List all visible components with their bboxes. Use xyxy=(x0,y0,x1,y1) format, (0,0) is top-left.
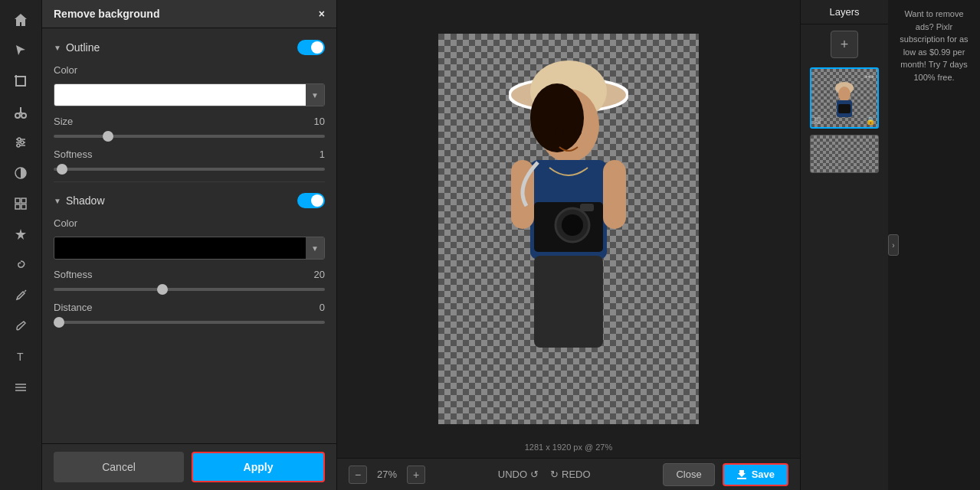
svg-rect-32 xyxy=(534,256,603,348)
swirl-tool[interactable] xyxy=(7,251,34,279)
svg-point-13 xyxy=(17,144,20,147)
shadow-color-swatch[interactable] xyxy=(54,237,306,259)
zoom-out-button[interactable]: − xyxy=(349,466,367,484)
shadow-color-row: Color xyxy=(54,217,325,229)
right-panel-collapse-button[interactable]: › xyxy=(888,234,899,256)
outline-color-swatch-container[interactable]: ▼ xyxy=(54,83,325,106)
svg-point-37 xyxy=(556,127,563,136)
panel-content: ▼ Outline Color ▼ Size 10 xyxy=(42,28,336,443)
apply-button[interactable]: Apply xyxy=(192,452,325,482)
svg-rect-15 xyxy=(15,198,20,203)
svg-point-12 xyxy=(21,141,24,144)
layers-panel: Layers + ••• 🖼 🔒 › xyxy=(800,0,888,490)
outline-color-picker-row: ▼ xyxy=(54,83,325,106)
layer-lock-icon: 🔒 xyxy=(866,116,875,125)
svg-rect-17 xyxy=(15,204,20,209)
section-divider xyxy=(54,181,325,182)
ad-text: Want to remove ads? Pixlr subscription f… xyxy=(900,9,968,82)
grid-tool[interactable] xyxy=(7,190,34,217)
shadow-color-picker-row: ▼ xyxy=(54,237,325,260)
select-tool[interactable] xyxy=(7,37,34,64)
outline-size-row: Size 10 xyxy=(54,116,325,127)
outline-color-dropdown-button[interactable]: ▼ xyxy=(306,84,324,106)
layer-image-icon: 🖼 xyxy=(814,116,821,125)
svg-text:T: T xyxy=(17,351,24,363)
svg-rect-43 xyxy=(838,104,851,113)
outline-label: ▼ Outline xyxy=(54,41,100,54)
lines-tool[interactable] xyxy=(7,374,34,401)
svg-marker-19 xyxy=(15,229,26,240)
shadow-softness-label: Softness xyxy=(54,269,93,280)
shadow-softness-thumb[interactable] xyxy=(157,284,168,295)
svg-rect-31 xyxy=(603,160,626,229)
layer-thumbnail-2[interactable] xyxy=(810,135,879,173)
shadow-chevron-icon[interactable]: ▼ xyxy=(54,197,61,205)
cut-tool[interactable] xyxy=(7,98,34,126)
magic-tool[interactable] xyxy=(7,220,34,248)
shadow-label: ▼ Shadow xyxy=(54,194,105,207)
svg-rect-16 xyxy=(21,198,26,203)
outline-softness-label: Softness xyxy=(54,149,93,160)
save-button[interactable]: Save xyxy=(723,463,788,486)
outline-size-value: 10 xyxy=(314,116,325,127)
outline-chevron-icon[interactable]: ▼ xyxy=(54,44,61,52)
panel-title-bar: Remove background × xyxy=(42,0,336,28)
eyedropper-tool[interactable] xyxy=(7,282,34,309)
undo-redo-controls: UNDO ↺ ↻ REDO xyxy=(498,469,591,480)
panel-close-button[interactable]: × xyxy=(319,8,325,20)
remove-background-panel: Remove background × ▼ Outline Color ▼ xyxy=(42,0,337,490)
shadow-color-label: Color xyxy=(54,217,77,229)
layer-thumbnail-1[interactable]: ••• 🖼 🔒 xyxy=(810,67,879,129)
svg-rect-36 xyxy=(580,204,594,211)
text-tool[interactable]: T xyxy=(7,343,34,371)
shadow-distance-track xyxy=(54,321,325,324)
redo-icon: ↻ xyxy=(550,469,559,480)
svg-point-41 xyxy=(838,87,851,102)
undo-button[interactable]: UNDO ↺ xyxy=(498,469,539,480)
shadow-toggle[interactable] xyxy=(297,193,325,208)
zoom-controls: − 27% + xyxy=(349,466,425,484)
shadow-distance-slider[interactable] xyxy=(54,321,325,324)
canvas-image-container xyxy=(438,34,699,424)
undo-icon: ↺ xyxy=(530,469,539,480)
shadow-softness-slider[interactable] xyxy=(54,288,325,291)
outline-softness-slider[interactable] xyxy=(54,168,325,171)
zoom-in-button[interactable]: + xyxy=(407,466,425,484)
svg-point-38 xyxy=(574,127,582,136)
svg-rect-18 xyxy=(21,204,26,209)
outline-size-slider[interactable] xyxy=(54,135,325,138)
canvas-area: 1281 x 1920 px @ 27% − 27% + UNDO ↺ ↻ RE… xyxy=(337,0,800,490)
svg-rect-39 xyxy=(737,478,746,479)
save-icon xyxy=(736,469,747,480)
home-button[interactable] xyxy=(7,6,34,34)
tone-tool[interactable] xyxy=(7,159,34,187)
svg-line-20 xyxy=(25,290,26,292)
canvas-info: 1281 x 1920 px @ 27% xyxy=(525,443,613,452)
canvas-content: 1281 x 1920 px @ 27% xyxy=(337,0,800,458)
add-layer-button[interactable]: + xyxy=(831,31,858,58)
adjust-tool[interactable] xyxy=(7,129,34,156)
shadow-color-dropdown-button[interactable]: ▼ xyxy=(306,237,324,259)
outline-toggle[interactable] xyxy=(297,40,325,55)
shadow-softness-value: 20 xyxy=(314,269,325,280)
close-button[interactable]: Close xyxy=(663,463,714,486)
layer-options-icon[interactable]: ••• xyxy=(864,72,874,83)
outline-color-label: Color xyxy=(54,64,77,76)
canvas-image xyxy=(438,34,699,424)
undo-label: UNDO xyxy=(498,469,527,480)
outline-size-thumb[interactable] xyxy=(103,131,113,142)
shadow-distance-row: Distance 0 xyxy=(54,302,325,313)
svg-point-35 xyxy=(562,214,583,236)
redo-button[interactable]: ↻ REDO xyxy=(550,469,591,480)
crop-tool[interactable] xyxy=(7,67,34,95)
bottom-bar: − 27% + UNDO ↺ ↻ REDO Close xyxy=(337,458,800,490)
brush-tool[interactable] xyxy=(7,312,34,340)
outline-softness-thumb[interactable] xyxy=(57,164,67,175)
outline-color-swatch[interactable] xyxy=(54,84,306,106)
shadow-color-swatch-container[interactable]: ▼ xyxy=(54,237,325,260)
svg-point-28 xyxy=(530,83,584,152)
shadow-distance-thumb[interactable] xyxy=(54,317,64,328)
layers-title: Layers xyxy=(801,0,888,24)
ad-panel: Want to remove ads? Pixlr subscription f… xyxy=(888,0,980,490)
cancel-button[interactable]: Cancel xyxy=(54,452,184,482)
